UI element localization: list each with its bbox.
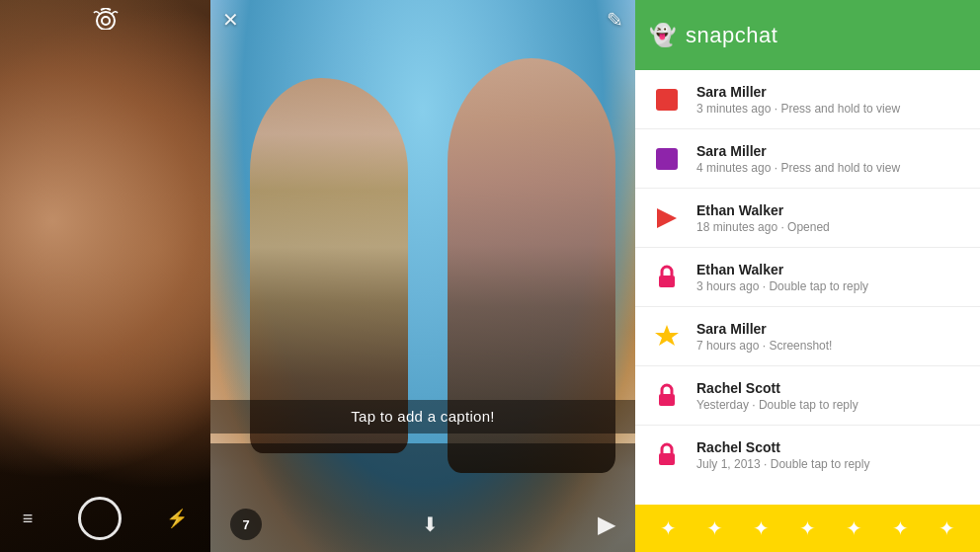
inbox-text-4: Sara Miller 7 hours ago · Screenshot!: [696, 321, 966, 353]
inbox-name-2: Ethan Walker: [696, 202, 966, 218]
snapchat-ghost-icon: 👻: [649, 23, 676, 48]
inbox-sub-5: Yesterday · Double tap to reply: [696, 398, 966, 412]
middle-bottom-bar: 7 ⬇ ▶: [210, 443, 635, 552]
svg-point-0: [102, 17, 110, 25]
snap-icon-gold-star: [649, 319, 685, 355]
caption-bar[interactable]: Tap to add a caption!: [210, 400, 635, 434]
edit-icon[interactable]: ✎: [607, 8, 623, 32]
inbox-text-6: Rachel Scott July 1, 2013 · Double tap t…: [696, 439, 966, 471]
bottom-strip: ✦ ✦ ✦ ✦ ✦ ✦ ✦: [635, 505, 980, 552]
inbox-item-4[interactable]: Sara Miller 7 hours ago · Screenshot!: [635, 307, 980, 366]
timer-value: 7: [242, 517, 249, 532]
inbox-item-6[interactable]: Rachel Scott July 1, 2013 · Double tap t…: [635, 426, 980, 485]
middle-photo-panel: ✕ ✎ Tap to add a caption! 7 ⬇ ▶: [210, 0, 635, 552]
inbox-name-4: Sara Miller: [696, 321, 966, 337]
inbox-sub-6: July 1, 2013 · Double tap to reply: [696, 457, 966, 471]
timer-badge: 7: [230, 509, 262, 540]
inbox-text-2: Ethan Walker 18 minutes ago · Opened: [696, 202, 966, 234]
download-icon[interactable]: ⬇: [422, 513, 439, 536]
flash-icon[interactable]: ⚡: [166, 508, 188, 529]
inbox-item-2[interactable]: Ethan Walker 18 minutes ago · Opened: [635, 189, 980, 248]
left-photo-background: [0, 0, 210, 552]
svg-marker-3: [657, 208, 677, 228]
inbox-sub-0: 3 minutes ago · Press and hold to view: [696, 102, 966, 116]
inbox-name-5: Rachel Scott: [696, 380, 966, 396]
snapchat-panel: 👻 snapchat Sara Miller 3 minutes ago · P…: [635, 0, 980, 552]
svg-rect-1: [656, 89, 678, 111]
left-top-toolbar: [0, 8, 210, 36]
star-2: ✦: [706, 516, 723, 540]
star-1: ✦: [660, 516, 677, 540]
star-3: ✦: [753, 516, 770, 540]
inbox-text-5: Rachel Scott Yesterday · Double tap to r…: [696, 380, 966, 412]
svg-rect-2: [656, 148, 678, 170]
inbox-text-1: Sara Miller 4 minutes ago · Press and ho…: [696, 143, 966, 175]
inbox-text-3: Ethan Walker 3 hours ago · Double tap to…: [696, 262, 966, 293]
inbox-item-0[interactable]: Sara Miller 3 minutes ago · Press and ho…: [635, 70, 980, 129]
menu-icon[interactable]: ≡: [23, 509, 34, 529]
svg-rect-7: [659, 453, 675, 465]
snap-icon-purple-box: [649, 141, 685, 177]
left-bottom-toolbar: ≡ ⚡: [0, 497, 210, 540]
left-photo-panel: ≡ ⚡: [0, 0, 210, 552]
inbox-item-1[interactable]: Sara Miller 4 minutes ago · Press and ho…: [635, 129, 980, 189]
send-icon[interactable]: ▶: [598, 511, 615, 538]
inbox-sub-3: 3 hours ago · Double tap to reply: [696, 279, 966, 293]
star-6: ✦: [892, 516, 909, 540]
snapchat-header: 👻 snapchat: [635, 0, 980, 70]
close-icon[interactable]: ✕: [222, 8, 239, 32]
inbox-sub-1: 4 minutes ago · Press and hold to view: [696, 161, 966, 175]
snapchat-title: snapchat: [686, 23, 777, 48]
inbox-text-0: Sara Miller 3 minutes ago · Press and ho…: [696, 84, 966, 116]
inbox-name-0: Sara Miller: [696, 84, 966, 100]
middle-controls-row: 7 ⬇ ▶: [210, 509, 635, 540]
inbox-sub-2: 18 minutes ago · Opened: [696, 220, 966, 234]
snap-icon-red-box-1: [649, 82, 685, 118]
camera-flip-icon[interactable]: [92, 8, 120, 36]
svg-rect-4: [659, 276, 675, 287]
inbox-item-5[interactable]: Rachel Scott Yesterday · Double tap to r…: [635, 366, 980, 426]
snap-icon-red-arrow: [649, 200, 685, 236]
person-figure-1: [250, 78, 408, 453]
inbox-name-6: Rachel Scott: [696, 439, 966, 455]
inbox-name-3: Ethan Walker: [696, 262, 966, 277]
inbox-item-3[interactable]: Ethan Walker 3 hours ago · Double tap to…: [635, 248, 980, 307]
inbox-sub-4: 7 hours ago · Screenshot!: [696, 339, 966, 353]
svg-rect-6: [659, 394, 675, 406]
star-4: ✦: [799, 516, 816, 540]
inbox-list: Sara Miller 3 minutes ago · Press and ho…: [635, 70, 980, 505]
snap-icon-lock-1: [649, 260, 685, 295]
capture-button[interactable]: [78, 497, 122, 540]
snap-icon-lock-3: [649, 437, 685, 473]
caption-text: Tap to add a caption!: [351, 408, 495, 425]
middle-top-toolbar: ✕ ✎: [222, 8, 623, 32]
star-7: ✦: [939, 516, 955, 540]
inbox-name-1: Sara Miller: [696, 143, 966, 159]
svg-marker-5: [655, 325, 679, 346]
star-5: ✦: [846, 516, 862, 540]
snap-icon-lock-2: [649, 378, 685, 414]
